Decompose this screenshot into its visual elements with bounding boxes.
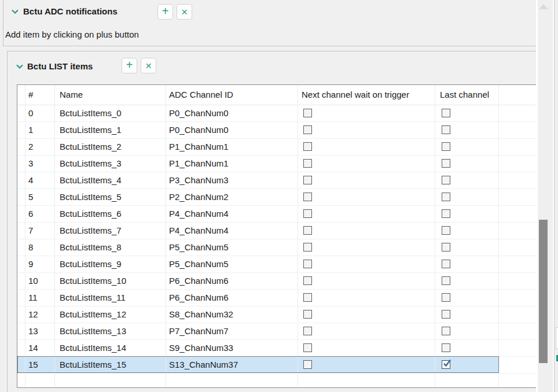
cell-index[interactable]: 3 [25, 156, 55, 172]
cell-adc-channel-id[interactable]: P5_ChanNum5 [166, 256, 298, 272]
table-row[interactable]: 10 BctuListItems_10 P6_ChanNum6 [17, 273, 537, 290]
chevron-down-icon[interactable] [11, 8, 19, 18]
cell-next-channel-wait[interactable] [298, 273, 435, 289]
cell-last-channel[interactable] [435, 139, 499, 155]
cell-last-channel[interactable] [435, 306, 499, 323]
cell-index[interactable]: 15 [25, 357, 55, 373]
next-channel-wait-checkbox[interactable] [303, 343, 312, 352]
cell-last-channel[interactable] [435, 340, 499, 356]
cell-name[interactable]: BctuListItems_3 [55, 156, 166, 172]
cell-next-channel-wait[interactable] [298, 189, 435, 205]
table-row[interactable]: 3 BctuListItems_3 P1_ChanNum1 [17, 156, 537, 172]
row-selector-cell[interactable] [17, 256, 25, 272]
last-channel-checkbox[interactable] [442, 260, 450, 268]
cell-last-channel[interactable] [435, 105, 499, 121]
cell-name[interactable]: BctuListItems_13 [55, 323, 166, 339]
next-channel-wait-checkbox[interactable] [303, 243, 312, 252]
cell-name[interactable]: BctuListItems_4 [55, 172, 166, 188]
last-channel-checkbox[interactable] [442, 142, 450, 151]
row-selector-cell[interactable] [17, 273, 25, 289]
next-channel-wait-checkbox[interactable] [303, 226, 312, 235]
cell-next-channel-wait[interactable] [298, 239, 435, 256]
row-selector-cell[interactable] [17, 340, 25, 356]
last-channel-checkbox[interactable] [442, 276, 450, 285]
cell-last-channel[interactable] [435, 189, 499, 205]
cell-name[interactable]: BctuListItems_0 [55, 105, 166, 121]
cell-name[interactable]: BctuListItems_10 [55, 273, 166, 289]
cell-next-channel-wait[interactable] [298, 139, 435, 155]
cell-adc-channel-id[interactable]: P2_ChanNum2 [166, 189, 298, 205]
cell-next-channel-wait[interactable] [298, 256, 435, 272]
row-selector-cell[interactable] [17, 139, 25, 155]
cell-adc-channel-id[interactable]: S9_ChanNum33 [166, 340, 298, 356]
row-selector-cell[interactable] [17, 306, 25, 323]
last-channel-checkbox[interactable] [442, 125, 450, 134]
next-channel-wait-checkbox[interactable] [303, 327, 312, 335]
row-selector-cell[interactable] [17, 122, 25, 138]
next-channel-wait-checkbox[interactable] [303, 276, 312, 285]
table-row[interactable]: 11 BctuListItems_11 P6_ChanNum6 [17, 290, 537, 306]
table-row[interactable]: 8 BctuListItems_8 P5_ChanNum5 [17, 239, 537, 256]
next-channel-wait-checkbox[interactable] [303, 293, 312, 302]
cell-index[interactable]: 11 [25, 290, 55, 306]
cell-index[interactable]: 0 [25, 105, 55, 121]
row-selector-cell[interactable] [17, 156, 25, 172]
last-channel-checkbox[interactable] [442, 159, 450, 168]
cell-last-channel[interactable] [435, 239, 499, 256]
cell-adc-channel-id[interactable]: P0_ChanNum0 [166, 122, 298, 138]
next-channel-wait-checkbox[interactable] [303, 260, 312, 268]
cell-last-channel[interactable] [435, 206, 499, 222]
cell-adc-channel-id[interactable]: S13_ChanNum37 [166, 357, 298, 373]
row-selector-cell[interactable] [17, 323, 25, 339]
cell-index[interactable]: 9 [25, 256, 55, 272]
cell-index[interactable]: 5 [25, 189, 55, 205]
cell-name[interactable]: BctuListItems_12 [55, 306, 166, 323]
table-row[interactable]: 14 BctuListItems_14 S9_ChanNum33 [17, 340, 537, 357]
cell-adc-channel-id[interactable]: P3_ChanNum3 [166, 172, 298, 188]
last-channel-checkbox[interactable] [442, 310, 450, 319]
add-item-button[interactable]: + [157, 4, 173, 20]
cell-adc-channel-id[interactable]: P0_ChanNum0 [166, 105, 298, 121]
cell-last-channel[interactable] [435, 256, 499, 272]
cell-index[interactable]: 2 [25, 139, 55, 155]
cell-adc-channel-id[interactable]: P6_ChanNum6 [166, 273, 298, 289]
cell-next-channel-wait[interactable] [298, 206, 435, 222]
cell-name[interactable]: BctuListItems_2 [55, 139, 166, 155]
table-row[interactable]: 6 BctuListItems_6 P4_ChanNum4 [17, 206, 537, 223]
last-channel-checkbox[interactable] [442, 209, 450, 218]
last-channel-checkbox[interactable] [442, 226, 450, 235]
cell-last-channel[interactable] [435, 122, 499, 138]
cell-adc-channel-id[interactable]: P1_ChanNum1 [166, 139, 298, 155]
cell-index[interactable]: 6 [25, 206, 55, 222]
row-selector-cell[interactable] [17, 290, 25, 306]
cell-index[interactable]: 8 [25, 239, 55, 256]
last-channel-checkbox[interactable] [442, 343, 450, 352]
table-row[interactable]: 0 BctuListItems_0 P0_ChanNum0 [17, 105, 537, 122]
cell-last-channel[interactable] [435, 357, 499, 373]
cell-adc-channel-id[interactable]: P1_ChanNum1 [166, 156, 298, 172]
cell-next-channel-wait[interactable] [298, 105, 435, 121]
cell-last-channel[interactable] [435, 223, 499, 239]
cell-last-channel[interactable] [435, 290, 499, 306]
table-row[interactable]: 15 BctuListItems_15 S13_ChanNum37 [17, 357, 537, 373]
next-channel-wait-checkbox[interactable] [303, 125, 312, 134]
chevron-down-icon[interactable] [16, 62, 24, 73]
table-row[interactable]: 5 BctuListItems_5 P2_ChanNum2 [17, 189, 537, 206]
next-channel-wait-checkbox[interactable] [303, 193, 312, 201]
table-row[interactable]: 13 BctuListItems_13 P7_ChanNum7 [17, 323, 537, 340]
last-channel-checkbox[interactable] [442, 109, 450, 117]
row-selector-cell[interactable] [17, 105, 25, 121]
row-selector-cell[interactable] [17, 223, 25, 239]
cell-name[interactable]: BctuListItems_8 [55, 239, 166, 256]
cell-index[interactable]: 13 [25, 323, 55, 339]
cell-last-channel[interactable] [435, 172, 499, 188]
last-channel-checkbox[interactable] [442, 193, 450, 201]
cell-next-channel-wait[interactable] [298, 122, 435, 138]
table-row[interactable]: 9 BctuListItems_9 P5_ChanNum5 [17, 256, 537, 273]
last-channel-checkbox[interactable] [442, 360, 450, 369]
cell-name[interactable]: BctuListItems_11 [55, 290, 166, 306]
table-row[interactable]: 2 BctuListItems_2 P1_ChanNum1 [17, 139, 537, 156]
next-channel-wait-checkbox[interactable] [303, 310, 312, 319]
cell-name[interactable]: BctuListItems_1 [55, 122, 166, 138]
cell-adc-channel-id[interactable]: P4_ChanNum4 [166, 206, 298, 222]
